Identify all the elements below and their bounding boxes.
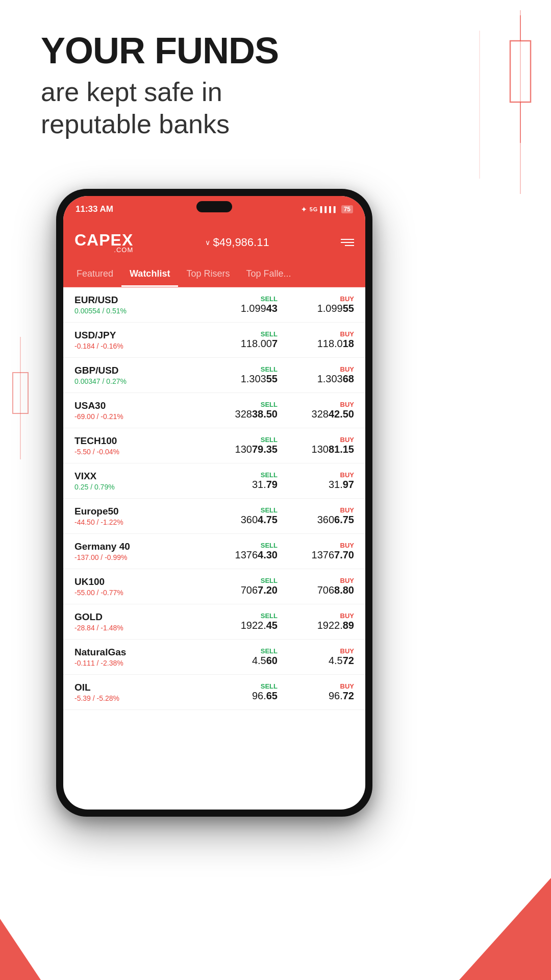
table-row[interactable]: Germany 40 -137.00 / -0.99% SELL 13764.3… xyxy=(63,534,365,569)
status-time: 11:33 AM xyxy=(76,204,113,214)
sell-label: SELL xyxy=(221,471,278,479)
sell-label: SELL xyxy=(221,612,278,620)
sell-price-col: SELL 13079.35 xyxy=(221,436,278,455)
sell-price-col: SELL 4.560 xyxy=(221,647,278,667)
table-row[interactable]: Europe50 -44.50 / -1.22% SELL 3604.75 BU… xyxy=(63,499,365,534)
instrument-change: -5.39 / -5.28% xyxy=(74,694,221,702)
bg-chart-right xyxy=(439,0,551,214)
instrument-info: EUR/USD 0.00554 / 0.51% xyxy=(74,295,221,315)
table-row[interactable]: OIL -5.39 / -5.28% SELL 96.65 BUY 96.72 xyxy=(63,675,365,710)
phone-notch xyxy=(196,201,232,212)
sell-price: 96.65 xyxy=(221,690,278,702)
instrument-name: GBP/USD xyxy=(74,365,221,376)
buy-label: BUY xyxy=(298,506,354,514)
instrument-prices: SELL 7067.20 BUY 7068.80 xyxy=(221,577,354,596)
sell-label: SELL xyxy=(221,506,278,514)
instrument-prices: SELL 13079.35 BUY 13081.15 xyxy=(221,436,354,455)
table-row[interactable]: USA30 -69.00 / -0.21% SELL 32838.50 BUY … xyxy=(63,393,365,428)
instrument-change: 0.00347 / 0.27% xyxy=(74,377,221,385)
instrument-prices: SELL 1922.45 BUY 1922.89 xyxy=(221,612,354,631)
buy-label: BUY xyxy=(298,542,354,549)
instrument-info: Germany 40 -137.00 / -0.99% xyxy=(74,541,221,561)
sell-price: 31.79 xyxy=(221,479,278,491)
table-row[interactable]: USD/JPY -0.184 / -0.16% SELL 118.007 BUY… xyxy=(63,323,365,358)
table-row[interactable]: TECH100 -5.50 / -0.04% SELL 13079.35 BUY… xyxy=(63,428,365,463)
tab-top-fallers[interactable]: Top Falle... xyxy=(238,262,299,287)
bg-chart-left xyxy=(0,332,41,464)
instrument-change: -55.00 / -0.77% xyxy=(74,589,221,597)
buy-label: BUY xyxy=(298,612,354,620)
sell-label: SELL xyxy=(221,647,278,655)
sell-price: 3604.75 xyxy=(221,514,278,526)
sell-price: 13079.35 xyxy=(221,444,278,455)
instrument-info: VIXX 0.25 / 0.79% xyxy=(74,471,221,491)
balance-display[interactable]: ∨ $49,986.11 xyxy=(205,236,269,249)
menu-line-2 xyxy=(341,242,354,243)
instrument-name: USA30 xyxy=(74,400,221,411)
buy-price: 1.30368 xyxy=(298,373,354,385)
instrument-name: EUR/USD xyxy=(74,295,221,306)
table-row[interactable]: UK100 -55.00 / -0.77% SELL 7067.20 BUY 7… xyxy=(63,569,365,604)
sell-price-col: SELL 7067.20 xyxy=(221,577,278,596)
instrument-change: -69.00 / -0.21% xyxy=(74,412,221,421)
buy-price-col: BUY 118.018 xyxy=(298,330,354,350)
buy-label: BUY xyxy=(298,682,354,690)
decorative-triangle-br xyxy=(459,878,551,980)
balance-arrow: ∨ xyxy=(205,238,210,247)
table-row[interactable]: EUR/USD 0.00554 / 0.51% SELL 1.09943 BUY… xyxy=(63,287,365,323)
sell-label: SELL xyxy=(221,436,278,444)
buy-price-col: BUY 1922.89 xyxy=(298,612,354,631)
instrument-info: GBP/USD 0.00347 / 0.27% xyxy=(74,365,221,385)
sell-price-col: SELL 118.007 xyxy=(221,330,278,350)
instrument-info: USD/JPY -0.184 / -0.16% xyxy=(74,330,221,350)
header-section: YOUR FUNDS are kept safe in reputable ba… xyxy=(41,31,279,140)
sell-price: 1.30355 xyxy=(221,373,278,385)
table-row[interactable]: VIXX 0.25 / 0.79% SELL 31.79 BUY 31.97 xyxy=(63,463,365,499)
app-header: CAPEX.COM ∨ $49,986.11 xyxy=(63,223,365,262)
tab-watchlist[interactable]: Watchlist xyxy=(121,262,178,287)
buy-label: BUY xyxy=(298,647,354,655)
menu-button[interactable] xyxy=(341,239,354,246)
buy-label: BUY xyxy=(298,295,354,303)
buy-label: BUY xyxy=(298,365,354,373)
tab-top-risers[interactable]: Top Risers xyxy=(178,262,238,287)
buy-price-col: BUY 32842.50 xyxy=(298,401,354,420)
sell-price-col: SELL 1922.45 xyxy=(221,612,278,631)
instrument-name: NaturalGas xyxy=(74,647,221,658)
buy-label: BUY xyxy=(298,330,354,338)
instrument-change: 0.25 / 0.79% xyxy=(74,483,221,491)
phone-inner: 11:33 AM ✦ 5G ▌▌▌▌ 75 CAPEX.COM ∨ xyxy=(63,196,365,810)
instrument-info: UK100 -55.00 / -0.77% xyxy=(74,576,221,597)
instrument-name: GOLD xyxy=(74,611,221,623)
buy-price: 118.018 xyxy=(298,338,354,350)
instrument-info: OIL -5.39 / -5.28% xyxy=(74,682,221,702)
instrument-prices: SELL 32838.50 BUY 32842.50 xyxy=(221,401,354,420)
instrument-name: USD/JPY xyxy=(74,330,221,341)
page-title: YOUR FUNDS xyxy=(41,31,279,71)
sell-price: 1922.45 xyxy=(221,620,278,631)
buy-price: 31.97 xyxy=(298,479,354,491)
table-row[interactable]: GOLD -28.84 / -1.48% SELL 1922.45 BUY 19… xyxy=(63,604,365,640)
capex-logo: CAPEX.COM xyxy=(74,232,133,253)
table-row[interactable]: GBP/USD 0.00347 / 0.27% SELL 1.30355 BUY… xyxy=(63,358,365,393)
sell-label: SELL xyxy=(221,682,278,690)
page-subtitle: are kept safe in reputable banks xyxy=(41,76,279,140)
tab-featured[interactable]: Featured xyxy=(68,262,121,287)
instrument-prices: SELL 31.79 BUY 31.97 xyxy=(221,471,354,491)
sell-price-col: SELL 1.30355 xyxy=(221,365,278,385)
sell-price-col: SELL 13764.30 xyxy=(221,542,278,561)
buy-price: 4.572 xyxy=(298,655,354,667)
table-row[interactable]: NaturalGas -0.111 / -2.38% SELL 4.560 BU… xyxy=(63,640,365,675)
bluetooth-icon: ✦ xyxy=(301,206,307,213)
svg-rect-6 xyxy=(13,373,28,413)
buy-price-col: BUY 3606.75 xyxy=(298,506,354,526)
sell-price: 1.09943 xyxy=(221,303,278,314)
buy-price-col: BUY 1.30368 xyxy=(298,365,354,385)
buy-price-col: BUY 4.572 xyxy=(298,647,354,667)
instrument-change: -0.111 / -2.38% xyxy=(74,659,221,667)
signal-icon: 5G ▌▌▌▌ xyxy=(310,206,338,212)
instrument-info: TECH100 -5.50 / -0.04% xyxy=(74,435,221,456)
instrument-change: -0.184 / -0.16% xyxy=(74,342,221,350)
instrument-prices: SELL 13764.30 BUY 13767.70 xyxy=(221,542,354,561)
sell-price-col: SELL 1.09943 xyxy=(221,295,278,314)
